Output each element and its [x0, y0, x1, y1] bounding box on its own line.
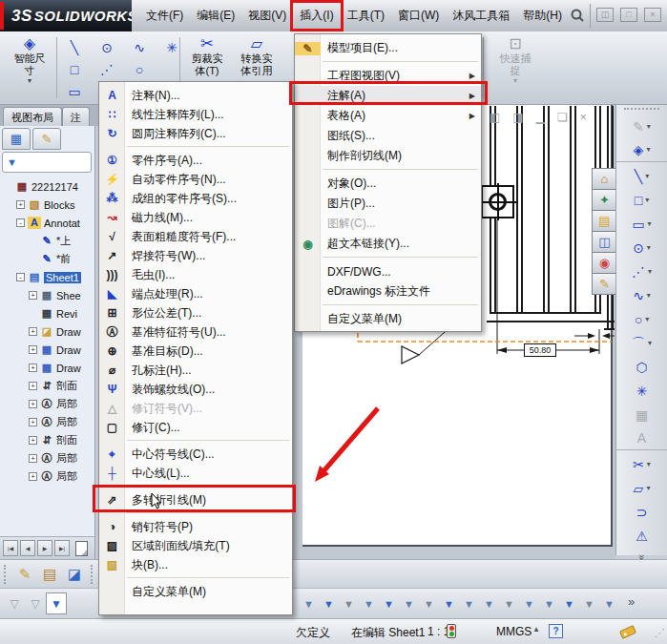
annot-multi-jog-leader[interactable]: ⇗ 多转折引线(M) ▶ — [99, 490, 292, 509]
insert-object[interactable]: 对象(O)... ▶ — [295, 174, 481, 194]
annot-note[interactable]: A 注释(N)... ▶ — [99, 86, 292, 105]
annot-balloon[interactable]: ① 零件序号(A)... ▶ — [99, 151, 292, 170]
annot-geometric-tolerance[interactable]: ⊞ 形位公差(T)... ▶ — [99, 303, 292, 322]
selection-filter-icon[interactable]: ▼ — [439, 592, 459, 614]
selection-filter-icon[interactable]: ▼ — [339, 592, 359, 614]
arc-icon[interactable]: ⌒ — [616, 331, 667, 355]
tree-expander[interactable]: + — [29, 345, 37, 354]
tree-item-section-view-a[interactable]: + ⇵ 剖面 — [0, 377, 95, 395]
trim-entities-icon[interactable]: ✂ — [616, 452, 667, 476]
search-icon[interactable] — [569, 8, 586, 25]
annot-area-hatch[interactable]: ▨ 区域剖面线/填充(T) ▶ — [99, 536, 292, 555]
tree-item-annotations[interactable]: - A Annotat — [0, 214, 95, 232]
filter-clear-icon[interactable]: ▽ — [4, 592, 25, 614]
filter-more-chevron-icon[interactable]: » — [628, 594, 635, 609]
circle-icon[interactable]: ⊙ — [92, 37, 122, 58]
menu-file[interactable]: 文件(F) — [139, 3, 190, 29]
close-window-button[interactable]: × — [644, 8, 661, 22]
tree-expander[interactable]: + — [29, 418, 37, 426]
menu-view[interactable]: 视图(V) — [241, 3, 293, 29]
menu-edit[interactable]: 编辑(E) — [190, 3, 241, 29]
smart-dimension-button[interactable]: ◈ 智能尺寸 ▾ — [4, 35, 55, 100]
tree-item-sheet-format[interactable]: + ▦ Shee — [0, 286, 95, 304]
annot-datum-feature[interactable]: Ⓐ 基准特征符号(U)... ▶ — [99, 322, 292, 342]
selection-filter-icon[interactable]: ▼ — [319, 592, 339, 614]
tree-item-annotation-view-top[interactable]: ✎ *上 — [0, 232, 95, 250]
insert-edrawings-markup[interactable]: eDrawings 标注文件 ▶ — [295, 281, 481, 301]
tree-item-drawing-view2[interactable]: + ▦ Draw — [0, 341, 95, 359]
offset-entities-icon[interactable]: ⊃ — [616, 500, 667, 524]
tree-item-detail-view-d[interactable]: + Ⓐ 局部 — [0, 467, 95, 486]
selection-filter-icon[interactable]: ▼ — [579, 592, 599, 614]
nav-last-button[interactable]: ▶| — [54, 540, 70, 556]
annot-centerline[interactable]: ┼ 中心线(L)... ▶ — [99, 464, 292, 483]
selection-filter-icon[interactable]: ▼ — [359, 592, 379, 614]
ellipse-icon[interactable]: ○ — [616, 307, 667, 331]
restore-child-icon[interactable]: ❏ — [557, 111, 568, 124]
tab-annotation[interactable]: 注 — [62, 107, 90, 126]
tree-filter-field[interactable]: ▼ — [2, 152, 92, 173]
restore-window-button[interactable]: □ — [620, 8, 637, 22]
menu-window[interactable]: 窗口(W) — [391, 3, 446, 29]
slot-icon[interactable]: ▭ — [616, 212, 667, 236]
toolbar-handle[interactable] — [4, 565, 8, 584]
menu-mufeng-toolbox[interactable]: 沐风工具箱 — [446, 3, 516, 29]
text-icon[interactable]: A — [616, 426, 667, 450]
paint-icon[interactable]: ◪ — [62, 563, 87, 586]
spline-icon[interactable]: ∿ — [616, 283, 667, 307]
menu-tools[interactable]: 工具(T) — [341, 3, 391, 29]
annot-revision-symbol[interactable]: △ 修订符号(V)... ▶ — [99, 399, 292, 418]
selection-filter-icon[interactable]: ▼ — [599, 592, 619, 614]
selection-filter-icon[interactable]: ▼ — [539, 592, 559, 614]
annot-linear-note-pattern[interactable]: ∷ 线性注释阵列(L)... ▶ — [99, 105, 292, 124]
sketch-icon[interactable]: ✎ — [616, 114, 667, 138]
conic-icon[interactable]: ⋰ — [92, 59, 122, 80]
tree-item-sheet1[interactable]: - ▤ Sheet1 — [0, 268, 95, 286]
tree-expander[interactable]: + — [29, 364, 37, 372]
toolbar-handle[interactable] — [624, 108, 659, 114]
tag-icon[interactable] — [619, 625, 636, 639]
annot-customize-menu[interactable]: 自定义菜单(M) ▶ — [99, 582, 292, 601]
insert-customize-menu[interactable]: 自定义菜单(M) ▶ — [295, 309, 481, 329]
tree-item-detail-view-a[interactable]: + Ⓐ 局部 — [0, 395, 95, 413]
annot-dowel-pin[interactable]: ◑ 销钉符号(P) ▶ — [99, 517, 292, 536]
insert-hyperlink[interactable]: ◉ 超文本链接(Y)... ▶ — [295, 234, 481, 254]
rectangle-icon[interactable]: □ — [616, 188, 667, 212]
polygon-icon[interactable]: ⬡ — [616, 355, 667, 379]
ellipse-icon[interactable]: ○ — [124, 59, 155, 80]
annot-weld-symbol[interactable]: ↗ 焊接符号(W)... ▶ — [99, 246, 292, 265]
nav-prev-button[interactable]: ◀ — [20, 540, 35, 556]
quick-snap-button[interactable]: ⊡ 快速捕捉 ▾ — [489, 35, 542, 100]
annot-surface-finish[interactable]: √ 表面粗糙度符号(F)... ▶ — [99, 227, 292, 246]
notification-icon[interactable]: ⚠ — [616, 524, 667, 548]
tree-expander[interactable]: + — [29, 327, 37, 336]
close-child-icon[interactable]: × — [580, 111, 587, 124]
layers-icon[interactable]: ▤ — [37, 563, 62, 586]
annot-caterpillar[interactable]: ))) 毛虫(I)... ▶ — [99, 265, 292, 284]
tree-item-drawing-view1[interactable]: + ◪ Draw — [0, 322, 95, 341]
tree-item-section-view-b[interactable]: + ⇵ 剖面 — [0, 431, 95, 449]
annot-circular-note-pattern[interactable]: ↻ 圆周注释阵列(C)... ▶ — [99, 124, 292, 143]
tree-expander[interactable]: + — [29, 436, 37, 445]
tree-expander[interactable]: - — [16, 273, 25, 281]
viewport-layout-icon[interactable]: ◫ — [592, 231, 617, 253]
insert-schematic[interactable]: 图解(C)... ▶ — [295, 214, 481, 234]
filter-toggle-icon[interactable]: ▽ — [25, 592, 46, 614]
annot-hole-callout[interactable]: ⌀ 孔标注(H)... ▶ — [99, 361, 292, 380]
menu-help[interactable]: 帮助(H) — [516, 3, 569, 29]
position-target-symbol[interactable] — [481, 185, 514, 218]
annot-end-treatment[interactable]: ◣ 端点处理(R)... ▶ — [99, 284, 292, 303]
annotation-palette-icon[interactable]: ✎ — [592, 273, 617, 295]
selection-filter-icon[interactable]: ▼ — [499, 592, 519, 614]
tree-item-blocks[interactable]: + ▧ Blocks — [0, 196, 95, 214]
tree-item-drawing-view3[interactable]: + ▦ Draw — [0, 359, 95, 377]
selection-filter-icon[interactable]: ▼ — [479, 592, 499, 614]
insert-drawing-view[interactable]: 工程图视图(V) ▶ — [295, 66, 481, 86]
insert-annotations[interactable]: 注解(A) ▶ — [295, 86, 481, 106]
dock-right-icon[interactable]: ◨ — [512, 111, 523, 124]
toolbar-expand-chevron-icon[interactable]: » — [636, 551, 648, 564]
featuremanager-tab-icon[interactable]: ▦ — [2, 128, 31, 150]
insert-sheet[interactable]: 图纸(S)... ▶ — [295, 126, 481, 146]
line-icon[interactable]: ╲ — [616, 164, 667, 188]
annot-auto-balloon[interactable]: ⚡ 自动零件序号(N)... ▶ — [99, 170, 292, 189]
